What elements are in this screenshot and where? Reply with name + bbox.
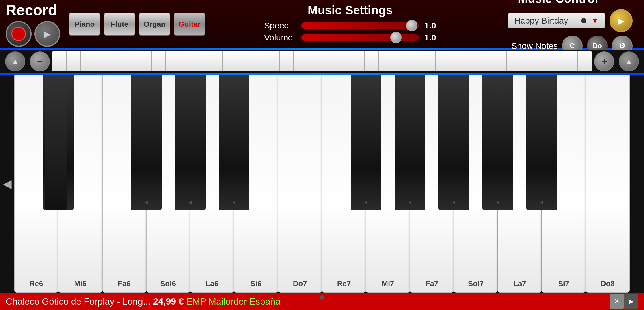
record-title: Record [6,1,57,19]
mini-white-key [52,51,67,71]
black-key-sib6[interactable]: ◂ [219,75,249,210]
song-dot-indicator [581,18,586,23]
instrument-guitar[interactable]: Guitar [174,13,205,36]
mini-white-key [507,51,521,71]
mini-white-key [478,51,493,71]
ad-price: 24,99 € [153,296,184,307]
speed-track[interactable] [301,22,419,29]
mini-white-key [95,51,109,71]
keyboard-nav-bar: ▲ − [0,50,644,73]
mini-white-key [336,51,351,71]
piano-area: ◀ Re6 Mi6 Fa6 Sol6 La6 Si6 Do7 Re7 Mi7 [0,75,644,293]
key-label-si7: Si7 [558,279,569,288]
mini-white-key [379,51,393,71]
music-settings-section: Music Settings Speed 1.0 Volume 1.0 [217,3,483,45]
mini-white-key [535,51,549,71]
black-key-reb7[interactable]: ◂ [351,75,381,210]
mini-white-key [237,51,251,71]
key-label-la7: La7 [513,279,526,288]
ad-store: EMP Mailorder España [186,296,280,307]
music-settings-title: Music Settings [308,3,393,17]
record-button[interactable] [6,21,32,47]
mini-white-key [549,51,564,71]
key-label-sol7: Sol7 [468,279,484,288]
music-control-section: Music Control Happy Birtday ▼ ▶ Show Not… [483,0,633,56]
volume-thumb[interactable] [390,32,402,43]
mini-white-key [407,51,421,71]
instruments-section: Piano Flute Organ Guitar [69,13,205,36]
mini-white-key [208,51,223,71]
mini-white-key [563,51,578,71]
mini-white-key [152,51,166,71]
black-key-solb7[interactable]: ◂ [438,75,469,210]
mini-keyboard [52,51,592,71]
ad-bar: Chaleco Gótico de Forplay - Long... 24,9… [0,293,644,310]
black-key-solb6[interactable]: ◂ [131,75,161,210]
mini-white-key [450,51,464,71]
song-select-row: Happy Birtday ▼ ▶ [508,9,633,32]
ad-dot [320,295,324,300]
mini-white-key [521,51,535,71]
nav-up-right-button[interactable]: ▲ [619,51,639,71]
key-label-si6: Si6 [251,279,262,288]
nav-up-left-button[interactable]: ▲ [5,51,25,71]
mini-white-key [421,51,436,71]
volume-slider-row: Volume 1.0 [264,33,436,42]
black-key-mib7[interactable]: ◂ [395,75,425,210]
mini-white-key [223,51,237,71]
key-label-re6: Re6 [30,279,43,288]
top-bar: Record ▶ Piano Flute Organ Guitar Music … [0,0,644,48]
record-buttons: ▶ [6,21,60,47]
mini-white-key [492,51,507,71]
mini-white-key [109,51,123,71]
key-label-do8: Do8 [601,279,615,288]
mini-white-key [308,51,322,71]
instrument-piano[interactable]: Piano [69,13,100,36]
music-control-title: Music Control [518,0,598,6]
ad-close-button[interactable]: ✕ [610,294,624,309]
key-label-mi7: Mi7 [382,279,394,288]
mini-white-key [265,51,280,71]
play-button-top[interactable]: ▶ [34,21,60,47]
mini-white-key [251,51,265,71]
black-key-sib7[interactable]: ◂ [526,75,557,210]
record-section: Record ▶ [6,1,60,47]
mini-white-key [578,51,592,71]
song-name: Happy Birtday [514,16,568,26]
speed-thumb[interactable] [406,20,417,31]
dropdown-arrow-icon: ▼ [591,16,599,25]
black-key-lab7[interactable]: ◂ [482,75,513,210]
scroll-left-button[interactable]: ◀ [0,174,15,193]
ad-arrow-button[interactable]: ▶ [624,294,638,309]
mini-white-key [166,51,180,71]
speed-value: 1.0 [422,21,436,30]
mini-white-key [67,51,81,71]
mini-white-key [137,51,152,71]
white-key-do7[interactable]: Do7 [278,75,322,293]
nav-plus-button[interactable]: + [594,51,614,71]
volume-track[interactable] [301,34,419,41]
song-selector[interactable]: Happy Birtday ▼ [508,13,605,28]
speed-label: Speed [264,21,298,30]
black-key-reb6[interactable] [45,75,67,210]
white-key-do8[interactable]: Do8 [586,75,630,293]
mini-white-key [436,51,450,71]
nav-minus-button[interactable]: − [30,51,50,71]
mini-white-key [294,51,308,71]
mini-white-key [180,51,194,71]
mini-white-key [365,51,379,71]
show-notes-label: Show Notes [511,41,558,51]
key-label-do7: Do7 [293,279,307,288]
mini-white-key [194,51,208,71]
mini-white-key [393,51,407,71]
black-key-lab6[interactable]: ◂ [175,75,205,210]
volume-label: Volume [264,33,298,42]
speed-slider-row: Speed 1.0 [264,21,436,30]
instrument-organ[interactable]: Organ [139,13,170,36]
play-button-gold[interactable]: ▶ [610,9,633,32]
key-label-re7: Re7 [337,279,351,288]
ad-text: Chaleco Gótico de Forplay - Long... 24,9… [6,296,607,307]
instrument-flute[interactable]: Flute [104,13,135,36]
mini-white-key [350,51,365,71]
blue-divider-bottom [0,73,644,75]
